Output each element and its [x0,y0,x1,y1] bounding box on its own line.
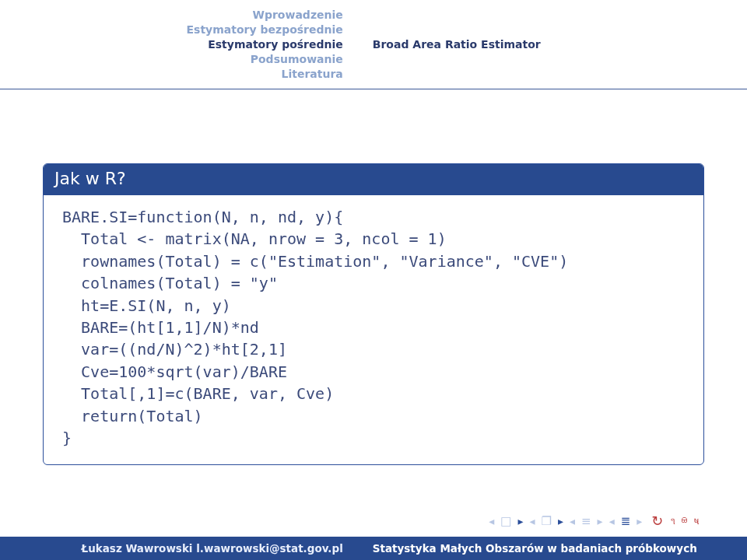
footer-author-text: Łukasz Wawrowski l.wawrowski@stat.gov.pl [82,542,343,555]
nav-item[interactable]: Estymatory pośrednie [0,37,343,52]
nav-next-sub-icon[interactable]: ▸ [558,515,563,527]
slide-footer: Łukasz Wawrowski l.wawrowski@stat.gov.pl… [0,537,747,560]
nav-fwd-eq-icon[interactable]: ▸ [598,515,603,527]
nav-item[interactable]: Literatura [0,67,343,82]
footer-author: Łukasz Wawrowski l.wawrowski@stat.gov.pl [0,542,359,555]
nav-label: Estymatory bezpośrednie [187,23,343,36]
nav-label: Wprowadzenie [253,9,343,21]
nav-fwd-eq2-icon[interactable]: ▸ [637,515,642,527]
nav-frame-icon[interactable]: □ [500,514,511,528]
outline-nav: Wprowadzenie Estymatory bezpośrednie Est… [0,8,359,81]
nav-label: Literatura [282,68,343,80]
nav-first-icon[interactable]: ◂ [489,515,494,527]
subsection-title: Broad Area Ratio Estimator [359,8,747,81]
nav-label: Podsumowanie [251,53,343,65]
slide-nav-icons: ◂ □ ▸ ◂ ❐ ▸ ◂ ≡ ▸ ◂ ≣ ▸ ↻ ૧ ౚ ષ [489,513,700,529]
nav-loop-icon[interactable]: ↻ [651,513,663,529]
nav-back-eq2-icon[interactable]: ◂ [609,515,615,527]
footer-title-text: Statystyka Małych Obszarów w badaniach p… [373,542,697,555]
nav-label: Estymatory pośrednie [208,38,343,51]
nav-loop-controls-icon[interactable]: ૧ ౚ ષ [671,516,700,527]
nav-eq-icon[interactable]: ≡ [581,514,591,528]
block-title-text: Jak w R? [54,169,126,188]
code-body: BARE.SI=function(N, n, nd, y){ Total <- … [44,195,703,464]
code-block: Jak w R? BARE.SI=function(N, n, nd, y){ … [43,163,704,465]
nav-subframe-icon[interactable]: ❐ [542,514,552,528]
slide-header: Wprowadzenie Estymatory bezpośrednie Est… [0,8,747,89]
nav-back-eq-icon[interactable]: ◂ [570,515,575,527]
footer-title: Statystyka Małych Obszarów w badaniach p… [359,542,747,555]
nav-item[interactable]: Podsumowanie [0,52,343,67]
nav-item[interactable]: Wprowadzenie [0,8,343,23]
block-title: Jak w R? [44,164,703,195]
subsection-label: Broad Area Ratio Estimator [373,38,541,51]
nav-item[interactable]: Estymatory bezpośrednie [0,23,343,37]
nav-eq2-icon[interactable]: ≣ [621,514,631,528]
nav-prev-icon[interactable]: ▸ [517,515,523,527]
nav-prev-sub-icon[interactable]: ◂ [529,515,535,527]
